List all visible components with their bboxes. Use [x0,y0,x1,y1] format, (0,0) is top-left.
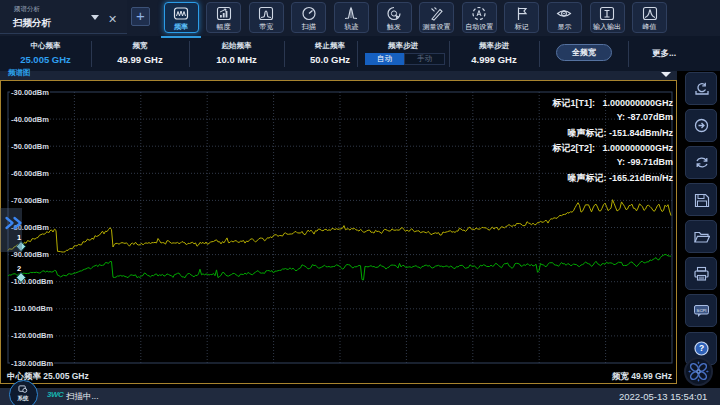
svg-text:SCPI: SCPI [696,308,706,313]
svg-text:?: ? [698,343,703,353]
